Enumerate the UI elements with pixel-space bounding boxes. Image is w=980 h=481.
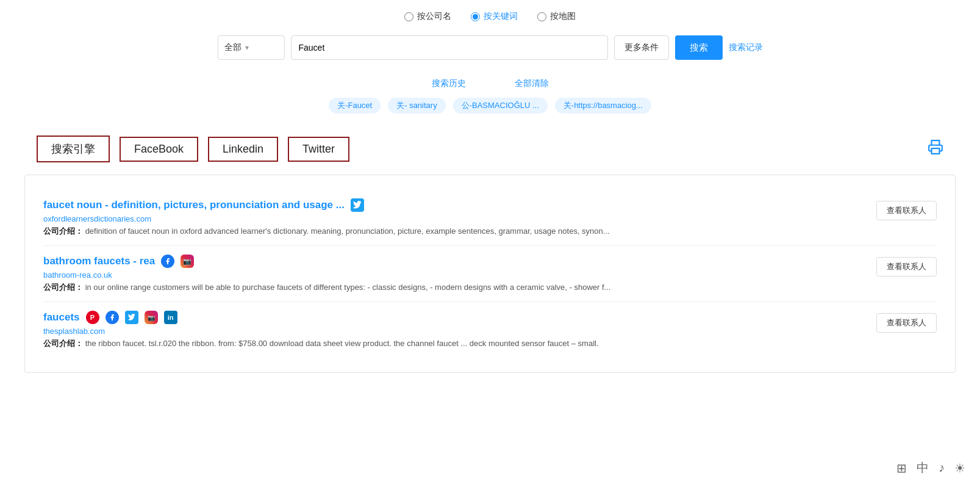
print-icon[interactable] [928,139,943,159]
result-desc-2: 公司介绍： the ribbon faucet. tsl.r.020 the r… [43,338,864,349]
radio-company[interactable]: 按公司名 [404,11,451,22]
facebook-icon-2[interactable] [106,311,119,324]
history-tag-0[interactable]: 关-Faucet [329,98,381,114]
history-tags: 关-Faucet 关- sanitary 公-BASMACIOĞLU ... 关… [329,98,651,114]
result-title-row-2: faucets P 📷 in [43,311,864,324]
category-select[interactable]: 全部 ▾ [218,35,285,60]
search-history-link[interactable]: 搜索记录 [729,42,763,53]
tab-search-engine[interactable]: 搜索引擎 [37,136,110,162]
radio-company-label: 按公司名 [417,11,451,22]
history-tag-3[interactable]: 关-https://basmaciog... [555,98,651,114]
result-item-1: bathroom faucets - rea 📷 bathroom-rea.co… [43,246,937,302]
history-clear-button[interactable]: 全部清除 [515,78,549,89]
radio-keyword-label: 按关键词 [484,11,518,22]
result-desc-text-0: definition of faucet noun in oxford adva… [85,226,610,236]
result-desc-label-2: 公司介绍： [43,339,83,348]
search-button[interactable]: 搜索 [675,35,723,60]
chevron-down-icon: ▾ [245,43,249,52]
twitter-icon-2[interactable] [125,311,138,324]
tabs-row: 搜索引擎 FaceBook Linkedin Twitter [0,125,980,162]
tab-facebook[interactable]: FaceBook [120,137,198,162]
category-label: 全部 [224,42,241,53]
result-title-row-0: faucet noun - definition, pictures, pron… [43,198,864,212]
result-item-2: faucets P 📷 in thesplashlab.com 公司介绍： th… [43,302,937,358]
result-content-1: bathroom faucets - rea 📷 bathroom-rea.co… [43,255,864,293]
tab-linkedin[interactable]: Linkedin [208,137,278,162]
result-desc-text-1: in our online range customers will be ab… [85,283,611,292]
result-desc-label-1: 公司介绍： [43,283,83,292]
result-title-row-1: bathroom faucets - rea 📷 [43,255,864,268]
facebook-icon-1[interactable] [161,255,174,268]
radio-map[interactable]: 按地图 [537,11,576,22]
results-container: faucet noun - definition, pictures, pron… [24,175,956,373]
result-content-2: faucets P 📷 in thesplashlab.com 公司介绍： th… [43,311,864,349]
radio-keyword[interactable]: 按关键词 [471,11,518,22]
result-desc-text-2: the ribbon faucet. tsl.r.020 the ribbon.… [85,339,599,348]
result-url-0[interactable]: oxfordlearnersdictionaries.com [43,214,864,223]
history-tag-2[interactable]: 公-BASMACIOĞLU ... [453,98,548,114]
view-contact-btn-2[interactable]: 查看联系人 [876,313,937,333]
result-desc-0: 公司介绍： definition of faucet noun in oxfor… [43,226,864,237]
history-section: 搜索历史 全部清除 关-Faucet 关- sanitary 公-BASMACI… [0,72,980,125]
history-header: 搜索历史 全部清除 [432,78,549,89]
search-row: 全部 ▾ 更多条件 搜索 搜索记录 [0,29,980,72]
history-title: 搜索历史 [432,78,466,89]
search-mode-bar: 按公司名 按关键词 按地图 [0,0,980,29]
result-item-0: faucet noun - definition, pictures, pron… [43,190,937,246]
view-contact-btn-1[interactable]: 查看联系人 [876,257,937,277]
pinterest-icon-2[interactable]: P [86,311,99,324]
result-title-0[interactable]: faucet noun - definition, pictures, pron… [43,199,345,211]
result-content-0: faucet noun - definition, pictures, pron… [43,198,864,237]
instagram-icon-2[interactable]: 📷 [145,311,158,324]
radio-map-label: 按地图 [550,11,576,22]
result-url-1[interactable]: bathroom-rea.co.uk [43,270,864,280]
instagram-icon-1[interactable]: 📷 [181,255,194,268]
more-conditions-button[interactable]: 更多条件 [614,35,669,60]
history-tag-1[interactable]: 关- sanitary [388,98,445,114]
linkedin-icon-2[interactable]: in [164,311,177,324]
twitter-icon-0[interactable] [351,198,364,212]
svg-rect-0 [932,148,940,154]
result-title-2[interactable]: faucets [43,311,80,324]
result-title-1[interactable]: bathroom faucets - rea [43,255,155,267]
result-url-2[interactable]: thesplashlab.com [43,327,864,336]
tab-twitter[interactable]: Twitter [288,137,349,162]
search-input[interactable] [291,35,608,60]
result-desc-label-0: 公司介绍： [43,226,83,236]
view-contact-btn-0[interactable]: 查看联系人 [876,201,937,220]
result-desc-1: 公司介绍： in our online range customers will… [43,282,864,293]
